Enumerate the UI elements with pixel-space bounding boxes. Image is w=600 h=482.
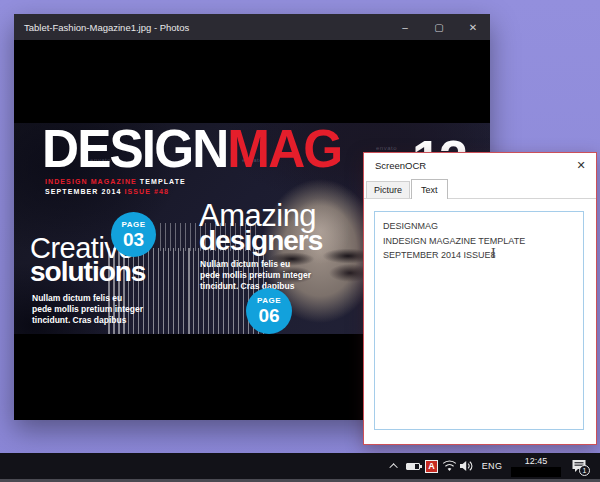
ocr-result-textarea[interactable]: DESIGNMAG INDESIGN MAGAZINE TEMPLATE SEP… [374,211,584,430]
screenocr-text-pane: DESIGNMAG INDESIGN MAGAZINE TEMPLATE SEP… [364,200,596,444]
badge-label: PAGE [257,297,281,305]
maximize-button[interactable]: ▢ [422,14,456,40]
center-feature-body: Nullam dictum felis eu pede mollis preti… [200,259,311,292]
screenocr-title: ScreenOCR [364,160,426,171]
volume-icon[interactable] [458,453,476,479]
notification-badge: 1 [579,465,590,476]
badge-number: 03 [123,230,144,249]
photos-titlebar[interactable]: Tablet-Fashion-Magazine1.jpg - Photos – … [14,14,490,40]
badge-label: PAGE [121,221,145,229]
minimize-button[interactable]: – [388,14,422,40]
left-feature-body: Nullam dictum felis eu pede mollis preti… [32,293,143,326]
tab-picture[interactable]: Picture [366,181,410,198]
language-indicator[interactable]: ENG [476,453,508,479]
feature-title-bold: designers [199,228,322,253]
screenocr-titlebar[interactable]: ScreenOCR ✕ [364,153,596,178]
subtitle-red: ISSUE #48 [125,188,170,195]
close-button[interactable]: ✕ [456,14,490,40]
close-icon[interactable]: ✕ [566,159,596,172]
magazine-subtitle: INDESIGN MAGAZINE TEMPLATE SEPTEMBER 201… [45,177,186,197]
subtitle-red: INDESIGN MAGAZINE [45,178,140,185]
badge-number: 06 [258,306,279,325]
ime-a-icon[interactable]: A [423,453,440,479]
wifi-icon[interactable] [440,453,458,479]
subtitle-white: SEPTEMBER 2014 [45,188,125,195]
watermark-text: envato [376,145,397,151]
text-cursor-ibeam: I [491,246,496,262]
subtitle-white: TEMPLATE [140,178,186,185]
system-tray: A ENG 12:45 1 [387,453,600,479]
tab-text[interactable]: Text [411,179,448,199]
redacted-date-block [511,467,561,477]
taskbar: A ENG 12:45 1 [0,453,600,482]
tray-overflow-chevron-icon[interactable] [387,453,403,479]
screenocr-tab-strip: Picture Text [364,178,596,199]
magazine-masthead: DESIGNMAG [42,123,341,179]
page-03-badge: PAGE 03 [111,212,156,257]
clock-time: 12:45 [525,456,548,466]
battery-icon[interactable] [403,453,423,479]
taskbar-clock[interactable]: 12:45 [508,453,564,479]
masthead-design: DESIGN [42,123,227,178]
action-center-icon[interactable]: 1 [564,453,594,479]
page-06-badge: PAGE 06 [246,288,292,334]
screenocr-window: ScreenOCR ✕ Picture Text DESIGNMAG INDES… [363,152,597,445]
photos-window-title: Tablet-Fashion-Magazine1.jpg - Photos [14,22,189,33]
window-controls: – ▢ ✕ [388,14,490,40]
ime-letter: A [425,460,438,473]
center-feature-title: Amazing designers [199,203,322,253]
feature-title-bold: solutions [30,260,145,283]
masthead-mag: MAG [227,123,341,178]
